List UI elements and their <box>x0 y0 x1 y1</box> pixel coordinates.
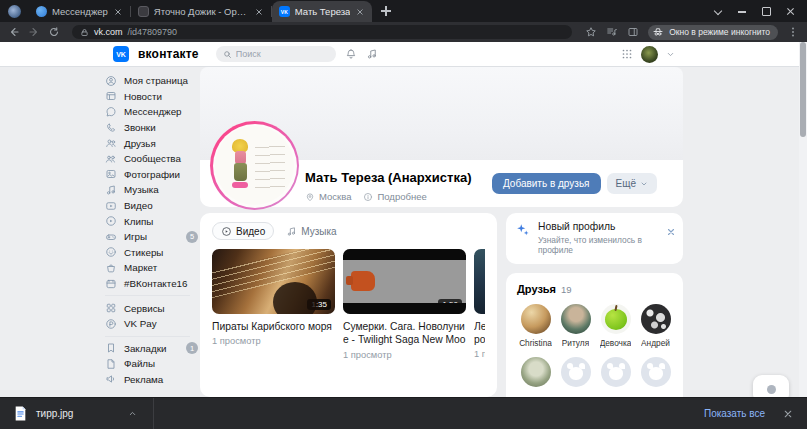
sidebar-item-market[interactable]: Маркет <box>105 260 200 276</box>
play-circle-icon <box>221 226 232 237</box>
downloaded-file-chip[interactable]: тирр.jpg <box>14 406 137 421</box>
vk-logo-icon[interactable]: VK <box>113 46 129 62</box>
sidebar-item-label: VK Pay <box>124 318 157 329</box>
friend-item[interactable] <box>517 357 554 387</box>
more-button[interactable]: Ещё <box>607 173 657 194</box>
sidebar-item-calls[interactable]: Звонки <box>105 120 200 136</box>
tab-close-icon[interactable] <box>113 7 123 17</box>
friend-name: Ритуля <box>562 338 589 348</box>
sidebar-item-ads[interactable]: Реклама <box>105 372 200 388</box>
close-window-icon[interactable] <box>785 6 795 16</box>
friend-avatar[interactable] <box>521 357 551 387</box>
tab-close-icon[interactable] <box>254 7 264 17</box>
search-input[interactable] <box>236 49 326 59</box>
sidebar-item-video[interactable]: Видео <box>105 198 200 214</box>
friend-item[interactable]: Андрей <box>637 304 674 348</box>
header-right <box>621 46 675 63</box>
chevron-up-icon[interactable] <box>128 409 137 418</box>
download-bar-close-icon[interactable] <box>783 409 793 419</box>
tab-music[interactable]: Музыка <box>286 226 336 237</box>
friend-avatar[interactable] <box>521 304 551 334</box>
notifications-bell-icon[interactable] <box>345 48 357 60</box>
friends-header[interactable]: Друзья 19 <box>517 283 672 295</box>
profile-main: Мать Тереза (Анархистка) Москва Подробне… <box>200 67 683 397</box>
video-title[interactable]: Ледров <box>474 320 485 346</box>
video-title[interactable]: Пираты Карибского моря <box>212 320 335 333</box>
friend-item[interactable]: Ритуля <box>557 304 594 348</box>
page-scrollbar[interactable] <box>799 42 807 397</box>
sidebar-item-clips[interactable]: Клипы <box>105 213 200 229</box>
new-tab-button[interactable] <box>378 3 394 19</box>
sidebar-item-bookmarks[interactable]: Закладки 1 <box>105 341 200 357</box>
sidebar-item-music[interactable]: Музыка <box>105 182 200 198</box>
browser-window: Мессенджер Яточно Дожик - OpenVK VK Мать… <box>0 0 807 429</box>
video-thumbnail-twilight[interactable]: 1:50 <box>343 249 466 314</box>
user-avatar[interactable] <box>641 46 658 63</box>
tab-close-icon[interactable] <box>355 7 365 17</box>
profile-details-link[interactable]: Подробнее <box>363 191 426 202</box>
chevron-down-icon[interactable] <box>666 50 675 59</box>
music-note-icon[interactable] <box>366 48 378 60</box>
sidebar-item-my-page[interactable]: Моя страница <box>105 73 200 89</box>
friend-avatar-placeholder[interactable] <box>561 357 591 387</box>
friend-item[interactable] <box>597 357 634 387</box>
apps-grid-icon[interactable] <box>621 48 633 60</box>
browser-tab-active-vk-profile[interactable]: VK Мать Тереза <box>272 1 373 22</box>
sidebar-item-friends[interactable]: Друзья <box>105 135 200 151</box>
profile-city[interactable]: Москва <box>305 191 351 202</box>
minimize-icon[interactable] <box>737 6 747 16</box>
search-box[interactable] <box>216 46 336 62</box>
sidebar-item-vkontakte16[interactable]: #ВКонтакте16 <box>105 276 200 292</box>
video-title[interactable]: Сумерки. Сага. Новолуние - Twilight Saga… <box>343 320 466 347</box>
reload-icon[interactable] <box>48 26 60 38</box>
video-thumbnail-guitar[interactable]: 1:35 <box>212 249 335 314</box>
maximize-icon[interactable] <box>761 6 771 16</box>
friend-avatar[interactable] <box>641 304 671 334</box>
tab-video[interactable]: Видео <box>212 222 274 240</box>
chat-widget-button[interactable] <box>753 375 789 397</box>
sidebar-item-vkpay[interactable]: VK Pay <box>105 316 200 332</box>
sidebar-item-games[interactable]: Игры 5 <box>105 229 200 245</box>
side-panel-icon[interactable] <box>627 26 639 38</box>
sidebar-item-communities[interactable]: Сообщества <box>105 151 200 167</box>
banner-close-icon[interactable] <box>666 227 676 237</box>
bookmark-star-icon[interactable] <box>585 26 597 38</box>
browser-tab-openvk[interactable]: Яточно Дожик - OpenVK <box>131 1 271 22</box>
address-bar[interactable]: vk.com/id47809790 <box>72 25 572 39</box>
friend-item[interactable] <box>557 357 594 387</box>
friend-item[interactable]: Девочка <box>597 304 634 348</box>
sidebar-item-stickers[interactable]: Стикеры <box>105 245 200 261</box>
friend-avatar[interactable] <box>601 304 631 334</box>
profile-avatar[interactable] <box>210 121 299 210</box>
add-friend-button[interactable]: Добавить в друзья <box>492 173 601 194</box>
video-card-3-truncated[interactable]: Ледров 1 пр <box>474 249 485 360</box>
new-profile-banner[interactable]: Новый профиль Узнайте, что изменилось в … <box>506 213 683 264</box>
friend-avatar-placeholder[interactable] <box>601 357 631 387</box>
browser-menu-kebab-icon[interactable] <box>787 26 799 38</box>
friend-item[interactable]: Christina <box>517 304 554 348</box>
friend-avatar-placeholder[interactable] <box>641 357 671 387</box>
messenger-favicon-icon <box>36 6 47 17</box>
sidebar-item-photos[interactable]: Фотографии <box>105 167 200 183</box>
friend-avatar[interactable] <box>561 304 591 334</box>
sidebar-item-files[interactable]: Файлы <box>105 356 200 372</box>
sidebar-item-services[interactable]: Сервисы <box>105 300 200 316</box>
window-menu-chevron-icon[interactable] <box>713 6 723 16</box>
video-card-1[interactable]: 1:35 Пираты Карибского моря 1 просмотр <box>212 249 335 360</box>
sidebar-item-messenger[interactable]: Мессенджер <box>105 104 200 120</box>
browser-tab-messenger[interactable]: Мессенджер <box>29 1 130 22</box>
sidebar-item-label: Закладки <box>124 343 166 354</box>
vk-page: Моя страница Новости Мессенджер Звонки Д… <box>0 67 807 397</box>
back-icon[interactable] <box>8 26 20 38</box>
vk-logotype[interactable]: вконтакте <box>138 47 199 61</box>
forward-icon[interactable] <box>28 26 40 38</box>
friend-item[interactable] <box>637 357 674 387</box>
incognito-spy-icon <box>652 26 664 38</box>
scrollbar-thumb[interactable] <box>800 42 806 137</box>
show-all-downloads-link[interactable]: Показать все <box>704 408 765 419</box>
video-thumbnail-dark[interactable] <box>474 249 485 314</box>
video-card-2[interactable]: 1:50 Сумерки. Сага. Новолуние - Twilight… <box>343 249 466 360</box>
sidebar-item-news[interactable]: Новости <box>105 89 200 105</box>
incognito-indicator[interactable]: Окно в режиме инкогнито <box>648 25 778 40</box>
media-controls-icon[interactable] <box>606 26 618 38</box>
